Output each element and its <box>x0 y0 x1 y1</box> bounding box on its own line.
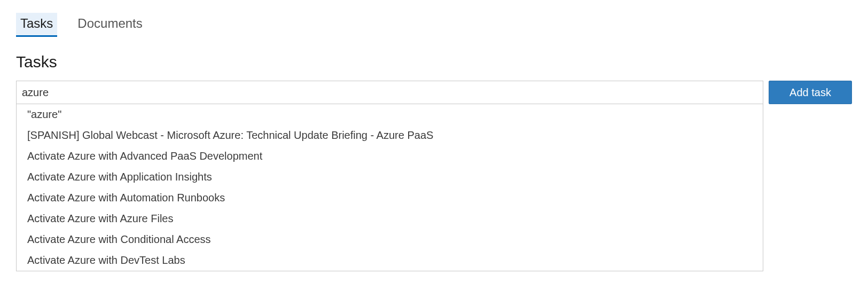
task-input-row: "azure" [SPANISH] Global Webcast - Micro… <box>16 81 852 104</box>
suggestion-item[interactable]: Activate Azure with Automation Runbooks <box>17 187 763 208</box>
suggestion-item[interactable]: Activate Azure with Application Insights <box>17 167 763 187</box>
suggestion-item[interactable]: [SPANISH] Global Webcast - Microsoft Azu… <box>17 125 763 146</box>
suggestion-item[interactable]: Activate Azure with DevTest Labs <box>17 250 763 271</box>
task-search-input[interactable] <box>16 81 763 104</box>
suggestion-dropdown[interactable]: "azure" [SPANISH] Global Webcast - Micro… <box>16 104 763 271</box>
page-title: Tasks <box>16 53 852 71</box>
search-wrapper: "azure" [SPANISH] Global Webcast - Micro… <box>16 81 763 104</box>
suggestion-item[interactable]: "azure" <box>17 104 763 125</box>
suggestion-item[interactable]: Activate Azure with Advanced PaaS Develo… <box>17 146 763 167</box>
suggestion-item[interactable]: Activate Azure with Azure Files <box>17 208 763 229</box>
tab-tasks[interactable]: Tasks <box>16 13 57 37</box>
tab-documents[interactable]: Documents <box>73 13 146 37</box>
suggestion-item[interactable]: Activate Azure with Conditional Access <box>17 229 763 250</box>
tabs: Tasks Documents <box>16 13 852 37</box>
add-task-button[interactable]: Add task <box>769 81 852 104</box>
